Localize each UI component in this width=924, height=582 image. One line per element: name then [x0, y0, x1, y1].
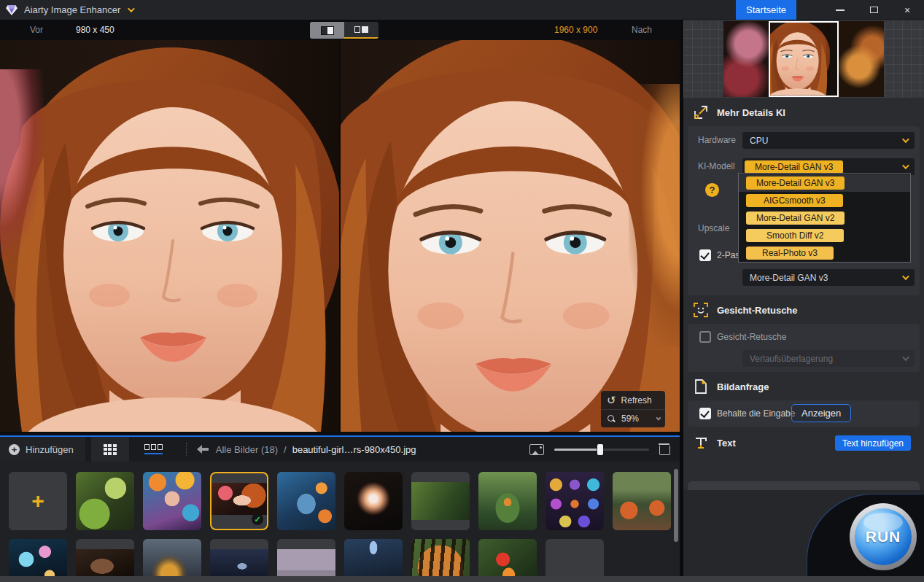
keep-input-label: Behalte die Eingabe	[717, 408, 795, 419]
second-model-select[interactable]: More-Detail GAN v3	[742, 269, 915, 286]
thumbnail-terrarium-jar[interactable]	[478, 472, 537, 530]
breadcrumb-all-images[interactable]: Alle Bilder (18)	[216, 444, 278, 455]
thumbnail-size-slider[interactable]	[554, 449, 649, 451]
thumbnail-game-badges[interactable]	[546, 472, 604, 530]
model-option-1[interactable]: More-Detail GAN v3	[739, 174, 910, 192]
thumbnail-redhead-portrait-selected[interactable]: ✓	[210, 472, 268, 530]
thumbnail-jungle-river[interactable]	[411, 472, 470, 530]
magnifier-icon	[607, 414, 616, 424]
face-retouch-mode-value: Verlaufsüberlagerung	[750, 354, 833, 364]
face-retouch-icon	[694, 303, 708, 317]
add-text-button[interactable]: Text hinzufügen	[835, 435, 911, 451]
keep-input-checkbox[interactable]	[699, 408, 711, 419]
delete-icon[interactable]	[659, 443, 669, 455]
thumbnail-row-1: + ✓	[9, 472, 671, 530]
face-retouch-checkbox-label: Gesicht-Retusche	[717, 332, 786, 342]
after-size: 1960 x 900	[554, 25, 597, 35]
model-option-5[interactable]: Real-Photo v3	[739, 244, 910, 262]
back-arrow-icon[interactable]	[197, 445, 209, 454]
thumbnail-blue-perfume[interactable]	[277, 472, 335, 530]
chevron-down-icon	[902, 273, 909, 280]
prompt-title: Bildanfrage	[717, 381, 769, 392]
thumbnail-crystal-flower[interactable]	[344, 472, 403, 530]
thumbnail-size-icon	[529, 444, 544, 455]
text-title: Text	[717, 438, 736, 449]
after-image[interactable]: ↺ Refresh 59%	[341, 40, 680, 432]
viewer-zoom-overlay: ↺ Refresh 59%	[601, 391, 665, 427]
text-tool-icon	[694, 436, 708, 451]
model-option-4[interactable]: Smooth Diff v2	[739, 227, 910, 244]
app-logo-icon	[5, 4, 18, 16]
navigator-left-region	[723, 21, 769, 97]
prompt-icon	[694, 379, 708, 394]
plus-icon: +	[9, 444, 20, 455]
grid-view-icon	[104, 444, 117, 455]
chevron-down-icon	[902, 162, 909, 169]
slider-handle[interactable]	[597, 444, 603, 455]
workspace: Vor 980 x 450 1960 x 900 Nach	[0, 20, 680, 582]
hardware-label: Hardware	[698, 135, 736, 145]
second-model-value: More-Detail GAN v3	[750, 273, 828, 283]
prompt-group: Behalte die Eingabe Anzeigen	[688, 400, 920, 427]
toolbar-divider	[186, 443, 187, 456]
thumbnail-orange-chairs-room[interactable]	[613, 472, 671, 530]
split-view-button[interactable]	[310, 22, 344, 39]
app-menu-chevron-icon[interactable]	[128, 5, 135, 12]
close-button[interactable]: ×	[890, 0, 924, 20]
hardware-value: CPU	[750, 136, 768, 146]
app-window: Aiarty Image Enhancer Startseite × Vor 9…	[0, 0, 924, 582]
chevron-down-icon	[902, 136, 909, 143]
zoom-level-control[interactable]: 59%	[601, 409, 665, 427]
model-option-3[interactable]: More-Detail GAN v2	[739, 209, 910, 227]
window-controls: ×	[823, 0, 924, 20]
minimize-icon	[836, 9, 845, 11]
chevron-down-icon	[902, 354, 909, 361]
before-image[interactable]	[0, 40, 339, 432]
two-pass-checkbox[interactable]	[699, 249, 711, 261]
model-dropdown-list: More-Detail GAN v3 AIGCsmooth v3 More-De…	[738, 173, 911, 263]
face-retouch-row: Gesicht-Retusche	[699, 331, 786, 343]
navigator-viewport[interactable]	[769, 21, 839, 97]
image-navigator[interactable]	[683, 20, 924, 98]
add-images-button[interactable]: + Hinzufügen	[0, 437, 85, 462]
minimize-button[interactable]	[823, 0, 857, 20]
breadcrumb-separator: /	[284, 444, 287, 455]
run-button-face: RUN	[855, 508, 912, 565]
before-size: 980 x 450	[76, 25, 114, 35]
face-retouch-checkbox[interactable]	[699, 331, 711, 343]
thumbnail-gallery: + ✓	[0, 462, 680, 582]
maximize-icon	[870, 7, 878, 13]
prompt-header: Bildanfrage	[683, 372, 924, 400]
gallery-scrollbar[interactable]	[674, 469, 678, 542]
maximize-button[interactable]	[857, 0, 890, 20]
side-by-side-button[interactable]	[344, 22, 378, 39]
breadcrumb-current-file: beautiful-girl…rs-980x450.jpg	[292, 444, 416, 455]
keep-input-row: Behalte die Eingabe	[699, 408, 795, 419]
show-prompt-button[interactable]: Anzeigen	[791, 404, 851, 422]
add-label: Hinzufügen	[26, 444, 74, 455]
close-icon: ×	[904, 5, 910, 15]
thumbnail-flower-crown-woman[interactable]	[143, 472, 201, 530]
text-header: Text Text hinzufügen	[683, 427, 924, 458]
home-button[interactable]: Startseite	[736, 0, 796, 20]
window-bottom-strip	[0, 576, 924, 582]
filmstrip-view-button[interactable]	[135, 437, 173, 462]
split-view-icon	[321, 26, 334, 35]
run-button[interactable]: RUN	[850, 503, 917, 570]
after-label: Nach	[632, 25, 652, 35]
face-retouch-mode-select[interactable]: Verlaufsüberlagerung	[742, 350, 915, 367]
gallery-toolbar-right	[529, 443, 680, 455]
face-retouch-title: Gesicht-Retusche	[717, 305, 798, 316]
refresh-button[interactable]: ↺ Refresh	[601, 391, 665, 409]
help-icon[interactable]: ?	[705, 183, 719, 197]
filmstrip-view-icon	[144, 444, 163, 454]
add-image-tile[interactable]: +	[9, 472, 67, 530]
model-option-2[interactable]: AIGCsmooth v3	[739, 192, 910, 209]
thumbnail-anime-girl-frog[interactable]	[76, 472, 134, 530]
settings-panel: Mehr Details KI Hardware CPU KI-Modell M…	[683, 20, 924, 582]
hardware-select[interactable]: CPU	[742, 132, 915, 149]
refresh-label: Refresh	[621, 395, 652, 406]
navigator-right-region	[839, 21, 884, 97]
face-retouch-group: Gesicht-Retusche Verlaufsüberlagerung	[688, 324, 920, 372]
grid-view-button[interactable]	[91, 437, 129, 462]
